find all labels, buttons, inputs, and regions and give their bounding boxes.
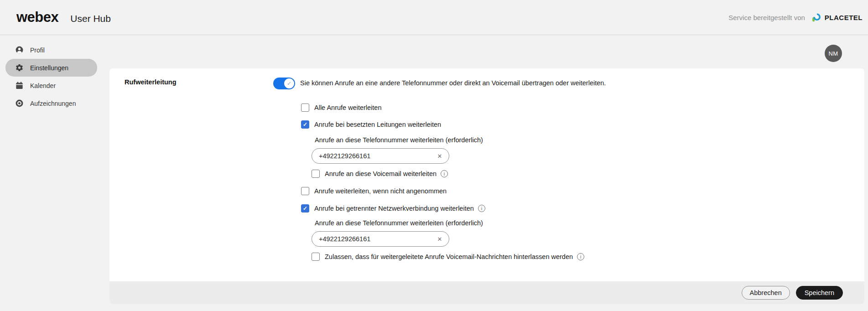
checkbox-busy-voicemail[interactable]: ✓ bbox=[312, 170, 320, 178]
option-forward-busy[interactable]: ✓ Anrufe bei besetzten Leitungen weiterl… bbox=[301, 120, 441, 129]
sidebar-item-label: Profil bbox=[30, 47, 45, 54]
check-icon: ✓ bbox=[303, 206, 307, 211]
call-forwarding-toggle[interactable]: ✓ bbox=[273, 78, 295, 89]
disconnected-number-input[interactable] bbox=[312, 231, 449, 247]
person-icon bbox=[15, 46, 24, 54]
checkbox-forward-busy[interactable]: ✓ bbox=[301, 120, 309, 129]
option-busy-voicemail[interactable]: ✓ Anrufe an diese Voicemail weiterleiten… bbox=[312, 170, 448, 178]
checkbox-allow-voicemail-messages[interactable]: ✓ bbox=[312, 253, 320, 261]
checkbox-forward-unanswered[interactable]: ✓ bbox=[301, 187, 309, 195]
info-icon[interactable]: i bbox=[577, 253, 584, 260]
brand-area: webex User Hub bbox=[16, 9, 111, 26]
sidebar-item-label: Kalender bbox=[30, 82, 56, 89]
option-label: Zulassen, dass für weitergeleitete Anruf… bbox=[325, 253, 573, 260]
action-bar: Abbrechen Speichern bbox=[109, 281, 864, 304]
sidebar-item-aufzeichnungen[interactable]: Aufzeichnungen bbox=[0, 94, 109, 112]
service-note: Service bereitgestellt von bbox=[728, 14, 805, 21]
user-avatar[interactable]: NM bbox=[825, 45, 842, 62]
info-icon[interactable]: i bbox=[478, 205, 485, 212]
page-title: User Hub bbox=[70, 13, 111, 24]
sidebar-item-label: Einstellungen bbox=[30, 64, 68, 72]
settings-card: Rufweiterleitung ✓ Sie können Anrufe an … bbox=[109, 68, 864, 304]
option-label: Anrufe an diese Voicemail weiterleiten bbox=[325, 170, 437, 177]
busy-number-field-wrap: ✕ bbox=[312, 148, 449, 164]
busy-number-label: Anrufe an diese Telefonnummer weiterleit… bbox=[315, 136, 483, 144]
checkbox-forward-all[interactable]: ✓ bbox=[301, 104, 309, 112]
placetel-brand: PLACETEL bbox=[811, 12, 863, 23]
info-icon[interactable]: i bbox=[441, 170, 448, 177]
option-forward-all[interactable]: ✓ Alle Anrufe weiterleiten bbox=[301, 104, 382, 112]
sidebar-item-einstellungen[interactable]: Einstellungen bbox=[0, 59, 109, 77]
webex-logo: webex bbox=[16, 9, 58, 26]
cancel-button[interactable]: Abbrechen bbox=[742, 286, 790, 300]
sidebar-item-label: Aufzeichnungen bbox=[30, 100, 76, 107]
section-label-rufweiterleitung: Rufweiterleitung bbox=[125, 78, 177, 86]
sidebar-nav: Profil Einstellungen Kalender bbox=[0, 36, 109, 112]
option-label: Anrufe bei besetzten Leitungen weiterlei… bbox=[314, 121, 441, 128]
option-label: Anrufe weiterleiten, wenn nicht angenomm… bbox=[314, 187, 447, 195]
option-label: Anrufe bei getrennter Netzwerkverbindung… bbox=[314, 205, 474, 212]
header-right: Service bereitgestellt von PLACETEL bbox=[728, 0, 863, 35]
check-icon: ✓ bbox=[287, 80, 291, 87]
disconnected-number-field-wrap: ✕ bbox=[312, 231, 449, 247]
option-forward-unanswered[interactable]: ✓ Anrufe weiterleiten, wenn nicht angeno… bbox=[301, 187, 447, 195]
disconnected-number-label: Anrufe an diese Telefonnummer weiterleit… bbox=[315, 219, 483, 227]
toggle-knob: ✓ bbox=[284, 78, 294, 88]
save-button[interactable]: Speichern bbox=[796, 286, 843, 300]
check-icon: ✓ bbox=[303, 122, 307, 127]
placetel-logo-icon bbox=[811, 12, 822, 23]
clear-icon[interactable]: ✕ bbox=[436, 152, 444, 160]
busy-number-input[interactable] bbox=[312, 148, 449, 164]
record-icon bbox=[15, 99, 24, 108]
sidebar-item-kalender[interactable]: Kalender bbox=[0, 77, 109, 94]
sidebar-item-profil[interactable]: Profil bbox=[0, 41, 109, 59]
call-forwarding-description: Sie können Anrufe an eine andere Telefon… bbox=[300, 79, 606, 87]
option-forward-disconnected[interactable]: ✓ Anrufe bei getrennter Netzwerkverbindu… bbox=[301, 204, 485, 213]
option-label: Alle Anrufe weiterleiten bbox=[314, 104, 382, 111]
gear-icon bbox=[15, 63, 24, 72]
calendar-icon bbox=[15, 81, 24, 90]
app-header: webex User Hub Service bereitgestellt vo… bbox=[0, 0, 868, 35]
checkbox-forward-disconnected[interactable]: ✓ bbox=[301, 204, 309, 213]
option-allow-voicemail-messages[interactable]: ✓ Zulassen, dass für weitergeleitete Anr… bbox=[312, 253, 584, 261]
clear-icon[interactable]: ✕ bbox=[436, 235, 444, 243]
placetel-wordmark: PLACETEL bbox=[825, 14, 863, 21]
